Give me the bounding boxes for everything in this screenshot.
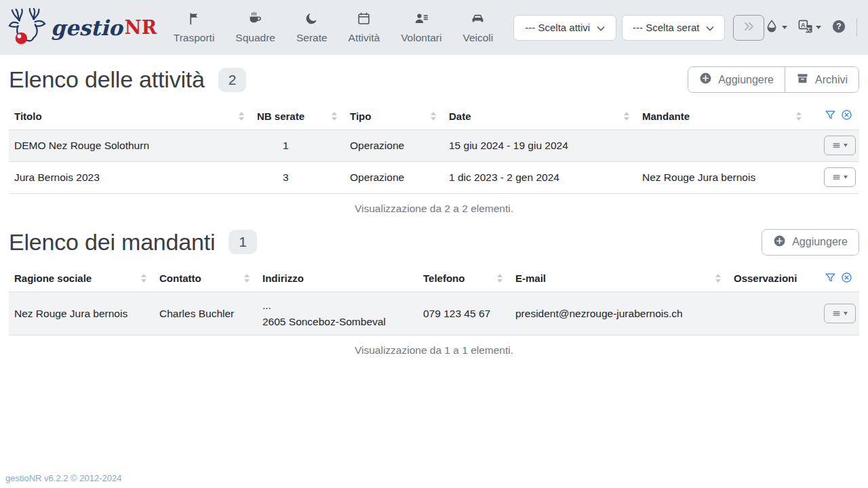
flag-icon <box>187 12 201 28</box>
nav-item-serate[interactable]: Serate <box>296 12 328 44</box>
help-button[interactable]: ? <box>831 19 846 36</box>
main-content: Elenco delle attività 2 Aggiungere Archi… <box>0 66 868 357</box>
translate-icon: A <box>797 19 813 37</box>
svg-text:A: A <box>801 21 806 28</box>
plus-circle-icon <box>699 72 712 87</box>
navbar-right-tools: A ? demo <box>764 18 868 37</box>
nav-item-label: Veicoli <box>462 32 493 44</box>
address-line-2: 2605 Sonceboz-Sombeval <box>262 314 412 329</box>
column-label: NB serate <box>257 110 304 122</box>
archives-label: Archivi <box>815 74 848 86</box>
app-logo[interactable]: gestio NR <box>7 7 157 49</box>
nav-item-label: Trasporti <box>174 32 215 44</box>
add-client-button[interactable]: Aggiungere <box>762 230 859 255</box>
sort-icon <box>496 273 503 283</box>
volunteer-icon <box>414 12 429 28</box>
column-header-contatto[interactable]: Contatto <box>154 266 257 292</box>
main-nav: Trasporti Squadre Serate Attività Volont… <box>174 12 494 44</box>
cell-titolo: Jura Bernois 2023 <box>9 161 252 193</box>
activities-table: Titolo NB serate Tipo Date Mandante DEMO… <box>9 103 859 194</box>
caret-down-icon <box>782 26 787 29</box>
cell-mandante <box>637 129 809 161</box>
cell-actions <box>809 161 859 193</box>
svg-text:?: ? <box>837 22 842 31</box>
activity-select[interactable]: --- Scelta attivi <box>513 15 616 41</box>
column-label: Contatto <box>159 272 201 284</box>
column-label: Ragione sociale <box>14 272 92 284</box>
navbar-divider <box>856 18 857 37</box>
cell-telefono: 079 123 45 67 <box>418 292 510 336</box>
chevron-down-icon <box>597 22 605 33</box>
row-actions-menu-button[interactable] <box>824 136 856 155</box>
column-header-date[interactable]: Date <box>443 103 637 129</box>
sort-icon <box>243 273 250 283</box>
column-header-telefono[interactable]: Telefono <box>418 266 510 292</box>
help-icon: ? <box>831 19 846 36</box>
address-line-1: ... <box>262 298 412 313</box>
filter-icon[interactable] <box>825 272 836 285</box>
caret-down-icon <box>844 176 848 179</box>
clear-filter-icon[interactable] <box>841 272 852 285</box>
add-activity-button[interactable]: Aggiungere <box>688 67 785 92</box>
cell-date: 1 dic 2023 - 2 gen 2024 <box>443 161 637 193</box>
clients-pagination-summary: Visualizzazione da 1 a 1 elementi. <box>9 344 859 357</box>
menu-icon <box>832 141 841 150</box>
cell-tipo: Operazione <box>344 129 443 161</box>
clear-filter-icon[interactable] <box>841 109 852 123</box>
column-header-mandante[interactable]: Mandante <box>637 103 809 129</box>
filter-icon[interactable] <box>825 109 836 123</box>
theme-menu-button[interactable] <box>764 19 787 36</box>
nav-item-veicoli[interactable]: Veicoli <box>462 12 493 44</box>
clients-count-badge: 1 <box>229 230 257 254</box>
add-client-label: Aggiungere <box>792 236 848 248</box>
cell-mandante: Nez Rouge Jura bernois <box>637 161 809 193</box>
footer-version-link[interactable]: gestioNR v6.2.2 © 2012-2024 <box>5 473 121 483</box>
cell-ragione-sociale: Nez Rouge Jura bernois <box>9 292 154 336</box>
column-header-osservazioni[interactable]: Osservazioni <box>728 266 809 292</box>
menu-icon <box>832 173 841 182</box>
column-header-tipo[interactable]: Tipo <box>344 103 443 129</box>
menu-icon <box>832 309 841 318</box>
cell-tipo: Operazione <box>344 161 443 193</box>
column-label: Date <box>449 110 471 122</box>
nav-item-label: Serate <box>296 32 328 44</box>
nav-item-label: Attività <box>349 32 380 44</box>
moon-icon <box>304 12 319 28</box>
cell-email: president@nezrouge-jurabernois.ch <box>510 292 728 336</box>
cell-indirizzo: ... 2605 Sonceboz-Sombeval <box>257 292 418 336</box>
language-menu-button[interactable]: A <box>797 19 821 37</box>
forward-button[interactable] <box>733 15 764 41</box>
activities-actions: Aggiungere Archivi <box>688 66 859 93</box>
column-header-nb-serate[interactable]: NB serate <box>252 103 344 129</box>
cell-titolo: DEMO Nez Rouge Solothurn <box>9 129 252 161</box>
clients-section-header: Elenco dei mandanti 1 Aggiungere <box>9 229 859 256</box>
row-actions-menu-button[interactable] <box>824 304 856 323</box>
nav-item-squadre[interactable]: Squadre <box>235 12 275 44</box>
column-header-ragione-sociale[interactable]: Ragione sociale <box>9 266 154 292</box>
cell-osservazioni <box>728 292 809 336</box>
nav-item-attivita[interactable]: Attività <box>349 12 380 44</box>
cell-nb-serate: 3 <box>252 161 344 193</box>
table-tools-header <box>809 266 859 292</box>
nav-item-trasporti[interactable]: Trasporti <box>174 12 215 44</box>
activities-pagination-summary: Visualizzazione da 2 a 2 elementi. <box>9 203 859 215</box>
caret-down-icon <box>816 26 821 29</box>
row-actions-menu-button[interactable] <box>824 167 856 187</box>
evening-select[interactable]: --- Scelta serat <box>622 15 725 41</box>
nav-item-volontari[interactable]: Volontari <box>401 12 441 44</box>
column-label: Titolo <box>14 110 42 122</box>
column-header-email[interactable]: E-mail <box>510 266 728 292</box>
cell-actions <box>809 129 859 161</box>
column-header-titolo[interactable]: Titolo <box>9 103 252 129</box>
sort-icon <box>331 111 338 121</box>
cell-actions <box>809 292 859 336</box>
activity-select-value: --- Scelta attivi <box>525 22 590 33</box>
activities-header-row: Titolo NB serate Tipo Date Mandante <box>9 103 859 129</box>
reindeer-logo-icon <box>7 7 49 49</box>
archives-button[interactable]: Archivi <box>785 67 859 92</box>
double-chevron-right-icon <box>742 20 755 35</box>
clients-button-group: Aggiungere <box>762 229 859 256</box>
activities-section-header: Elenco delle attività 2 Aggiungere Archi… <box>9 66 859 93</box>
column-header-indirizzo[interactable]: Indirizzo <box>257 266 418 292</box>
cell-date: 15 giu 2024 - 19 giu 2024 <box>443 129 637 161</box>
